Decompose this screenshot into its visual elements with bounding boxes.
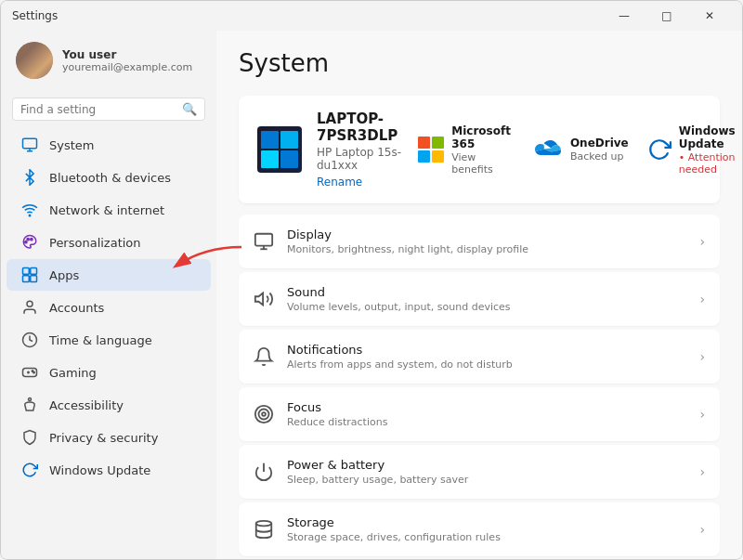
user-name: You user <box>62 48 192 61</box>
ms365-text: Microsoft 365 View benefits <box>451 124 515 176</box>
svg-point-11 <box>27 301 33 306</box>
ms365-service[interactable]: Microsoft 365 View benefits <box>418 124 515 176</box>
sidebar-item-privacy-label: Privacy & security <box>49 431 158 445</box>
svg-point-6 <box>31 239 33 241</box>
settings-window: Settings — □ ✕ You user youremail@exampl… <box>0 0 743 560</box>
chevron-right-icon: › <box>699 522 705 537</box>
device-services: Microsoft 365 View benefits <box>418 124 741 176</box>
sidebar-item-apps-label: Apps <box>49 268 79 282</box>
onedrive-icon <box>533 135 563 164</box>
settings-item-power[interactable]: Power & battery Sleep, battery usage, ba… <box>239 445 720 499</box>
sidebar-item-update[interactable]: Windows Update <box>7 454 211 486</box>
sidebar-item-accessibility-label: Accessibility <box>49 398 124 412</box>
winupdate-service-icon <box>647 135 671 164</box>
content-area: System LAPTOP-7PSR3DLP HP Laptop 15s-du1… <box>216 31 742 559</box>
sidebar-item-personalization[interactable]: Personalization <box>7 227 211 258</box>
sound-icon <box>254 289 274 309</box>
svg-rect-0 <box>23 138 37 149</box>
sidebar-item-accounts-label: Accounts <box>49 301 104 315</box>
minimize-button[interactable]: — <box>603 1 645 31</box>
search-box: 🔍 <box>12 98 205 121</box>
sidebar-item-privacy[interactable]: Privacy & security <box>7 422 211 453</box>
sidebar-item-time[interactable]: Time & language <box>7 324 211 356</box>
winupdate-service[interactable]: Windows Update • Attention needed <box>647 124 741 176</box>
window-title: Settings <box>12 9 58 22</box>
power-icon <box>254 462 274 482</box>
settings-item-sound[interactable]: Sound Volume levels, output, input, soun… <box>239 272 720 326</box>
win11-logo <box>261 131 298 168</box>
svg-point-3 <box>29 215 31 216</box>
svg-point-27 <box>256 521 272 527</box>
notifications-desc: Alerts from apps and system, do not dist… <box>287 358 513 371</box>
user-profile[interactable]: You user youremail@example.com <box>1 31 216 90</box>
svg-rect-8 <box>31 268 37 275</box>
sidebar-item-network[interactable]: Network & internet <box>7 194 211 226</box>
svg-rect-7 <box>23 268 30 275</box>
focus-desc: Reduce distractions <box>287 416 387 428</box>
sidebar-item-system-label: System <box>49 138 94 152</box>
device-rename-link[interactable]: Rename <box>317 176 418 189</box>
sidebar-item-system[interactable]: System <box>7 129 211 161</box>
update-icon <box>21 462 38 478</box>
ms365-icon <box>418 135 444 164</box>
svg-point-25 <box>262 412 266 416</box>
device-details: LAPTOP-7PSR3DLP HP Laptop 15s-du1xxx Ren… <box>317 111 418 189</box>
gaming-icon <box>21 364 38 381</box>
settings-item-display[interactable]: Display Monitors, brightness, night ligh… <box>239 215 720 268</box>
chevron-right-icon: › <box>699 464 705 479</box>
close-button[interactable]: ✕ <box>688 1 731 31</box>
onedrive-service[interactable]: OneDrive Backed up <box>533 124 629 176</box>
svg-rect-19 <box>255 234 272 246</box>
chevron-right-icon: › <box>699 407 705 422</box>
sidebar-item-accounts[interactable]: Accounts <box>7 292 211 323</box>
focus-icon <box>254 404 274 424</box>
focus-title: Focus <box>287 400 387 414</box>
account-icon <box>21 299 38 316</box>
sidebar-nav: System Bluetooth & devices <box>1 128 216 487</box>
apps-icon <box>21 267 38 283</box>
sidebar-item-accessibility[interactable]: Accessibility <box>7 389 211 421</box>
search-container: 🔍 <box>1 94 216 128</box>
chevron-right-icon: › <box>699 234 705 249</box>
sidebar-item-gaming-label: Gaming <box>49 366 97 380</box>
svg-point-4 <box>25 241 27 243</box>
sidebar-item-personalization-label: Personalization <box>49 236 141 250</box>
settings-item-focus[interactable]: Focus Reduce distractions › <box>239 387 720 441</box>
search-input[interactable] <box>20 103 176 116</box>
search-icon: 🔍 <box>182 102 197 116</box>
sidebar-item-apps[interactable]: Apps <box>7 259 211 291</box>
accessibility-icon <box>21 397 38 413</box>
user-info: You user youremail@example.com <box>62 48 192 73</box>
settings-item-storage[interactable]: Storage Storage space, drives, configura… <box>239 502 720 556</box>
sidebar-item-network-label: Network & internet <box>49 203 164 217</box>
window-controls: — □ ✕ <box>603 1 731 31</box>
wifi-icon <box>21 202 38 218</box>
device-info: LAPTOP-7PSR3DLP HP Laptop 15s-du1xxx Ren… <box>257 111 418 189</box>
clock-icon <box>21 332 38 348</box>
user-email: youremail@example.com <box>62 61 192 73</box>
sound-desc: Volume levels, output, input, sound devi… <box>287 301 511 313</box>
onedrive-text: OneDrive Backed up <box>570 137 629 163</box>
privacy-icon <box>21 429 38 446</box>
device-screen-icon <box>257 126 302 173</box>
power-desc: Sleep, battery usage, battery saver <box>287 474 468 486</box>
sidebar-item-gaming[interactable]: Gaming <box>7 357 211 388</box>
svg-rect-9 <box>23 276 30 282</box>
display-icon <box>254 231 274 252</box>
avatar <box>16 42 53 79</box>
power-title: Power & battery <box>287 458 468 472</box>
display-title: Display <box>287 228 528 241</box>
winupdate-text: Windows Update • Attention needed <box>679 124 741 176</box>
maximize-button[interactable]: □ <box>645 1 688 31</box>
storage-title: Storage <box>287 515 501 529</box>
svg-point-17 <box>33 371 35 373</box>
svg-point-5 <box>27 239 29 241</box>
sound-title: Sound <box>287 285 511 299</box>
sidebar-item-bluetooth[interactable]: Bluetooth & devices <box>7 162 211 193</box>
svg-rect-10 <box>31 276 37 282</box>
sidebar-item-time-label: Time & language <box>49 333 152 347</box>
paint-icon <box>21 234 38 251</box>
settings-item-notifications[interactable]: Notifications Alerts from apps and syste… <box>239 330 720 384</box>
svg-point-24 <box>259 410 269 420</box>
device-name: LAPTOP-7PSR3DLP <box>317 111 418 144</box>
